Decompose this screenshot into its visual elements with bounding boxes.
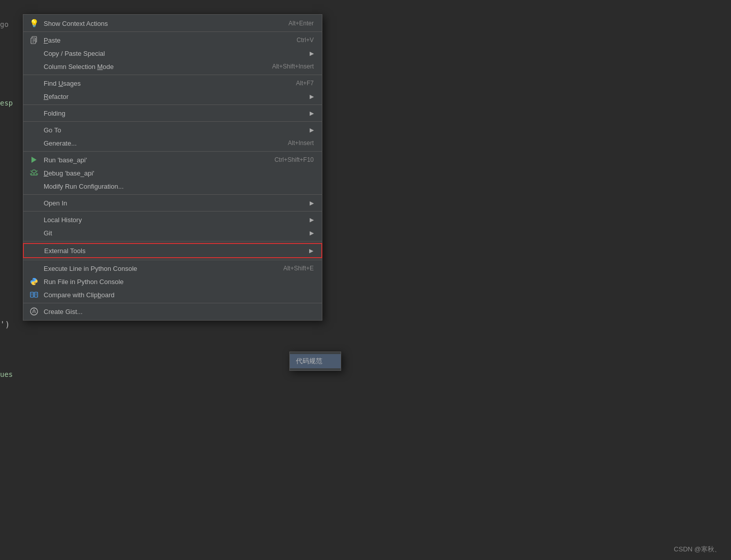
paste-icon xyxy=(29,36,39,45)
arrow-icon: ▶ xyxy=(310,127,314,133)
watermark-text: CSDN @寒秋、 xyxy=(674,545,721,553)
menu-item-label: Run File in Python Console xyxy=(44,278,124,286)
menu-item-label: Copy / Paste Special xyxy=(44,50,105,57)
menu-item-folding[interactable]: Folding ▶ xyxy=(23,107,322,120)
menu-item-open-in[interactable]: Open In ▶ xyxy=(23,196,322,209)
menu-item-shortcut: Alt+Insert xyxy=(288,139,314,147)
menu-item-label: Column Selection Mode xyxy=(44,63,114,71)
svg-point-5 xyxy=(32,170,36,173)
context-menu: 💡 Show Context Actions Alt+Enter Paste C… xyxy=(23,14,322,321)
watermark: CSDN @寒秋、 xyxy=(674,545,721,554)
menu-item-shortcut: Alt+Enter xyxy=(288,20,314,27)
external-tools-submenu: 代码规范 xyxy=(289,352,341,371)
menu-item-label: Compare with Clipboard xyxy=(44,291,114,299)
menu-item-local-history[interactable]: Local History ▶ xyxy=(23,213,322,226)
separator-4 xyxy=(23,121,322,122)
menu-item-label: Refactor xyxy=(44,93,69,100)
menu-item-label: Folding xyxy=(44,110,65,117)
menu-item-go-to[interactable]: Go To ▶ xyxy=(23,123,322,136)
menu-item-label: Paste xyxy=(44,37,60,44)
menu-item-refactor[interactable]: Refactor ▶ xyxy=(23,90,322,103)
menu-item-shortcut: Ctrl+Shift+F10 xyxy=(275,156,314,163)
menu-item-shortcut: Ctrl+V xyxy=(296,37,314,44)
menu-item-label: Git xyxy=(44,229,52,237)
menu-item-label: Execute Line in Python Console xyxy=(44,265,137,272)
external-tools-wrapper: External Tools ▶ xyxy=(23,243,322,258)
menu-item-label: Generate... xyxy=(44,139,77,147)
compare-icon xyxy=(29,290,39,299)
menu-item-shortcut: Alt+Shift+Insert xyxy=(272,63,314,70)
menu-item-run-base-api[interactable]: Run 'base_api' Ctrl+Shift+F10 xyxy=(23,153,322,166)
menu-item-copy-paste-special[interactable]: Copy / Paste Special ▶ xyxy=(23,47,322,60)
menu-item-label: External Tools xyxy=(44,247,85,255)
menu-item-label: Create Gist... xyxy=(44,308,83,316)
separator-9 xyxy=(23,260,322,260)
menu-item-paste[interactable]: Paste Ctrl+V xyxy=(23,33,322,47)
github-icon xyxy=(29,307,39,316)
arrow-icon: ▶ xyxy=(310,93,314,100)
menu-item-label: Find Usages xyxy=(44,80,81,87)
svg-line-10 xyxy=(36,171,38,172)
menu-item-create-gist[interactable]: Create Gist... xyxy=(23,305,322,318)
left-code-ues: ues xyxy=(0,370,13,378)
submenu-item-label: 代码规范 xyxy=(296,357,322,366)
menu-item-label: Modify Run Configuration... xyxy=(44,183,124,190)
menu-item-compare-clipboard[interactable]: Compare with Clipboard xyxy=(23,288,322,301)
arrow-icon: ▶ xyxy=(309,248,313,254)
menu-item-execute-line[interactable]: Execute Line in Python Console Alt+Shift… xyxy=(23,262,322,275)
menu-item-label: Debug 'base_api' xyxy=(44,169,94,177)
menu-item-label: Open In xyxy=(44,199,67,207)
python-icon xyxy=(29,277,39,286)
left-code-paren: ') xyxy=(0,320,10,329)
separator-2 xyxy=(23,75,322,75)
menu-item-column-selection[interactable]: Column Selection Mode Alt+Shift+Insert xyxy=(23,60,322,73)
menu-item-modify-run-config[interactable]: Modify Run Configuration... xyxy=(23,180,322,193)
separator-3 xyxy=(23,104,322,105)
menu-item-label: Go To xyxy=(44,126,61,134)
menu-item-show-context-actions[interactable]: 💡 Show Context Actions Alt+Enter xyxy=(23,17,322,30)
menu-item-generate[interactable]: Generate... Alt+Insert xyxy=(23,136,322,150)
arrow-icon: ▶ xyxy=(310,110,314,117)
arrow-icon: ▶ xyxy=(310,50,314,57)
debug-icon xyxy=(29,168,39,178)
left-code-esp: esp xyxy=(0,99,13,107)
menu-item-external-tools[interactable]: External Tools ▶ xyxy=(24,244,321,257)
menu-item-debug-base-api[interactable]: Debug 'base_api' xyxy=(23,166,322,180)
arrow-icon: ▶ xyxy=(310,230,314,236)
submenu-item-code-rules[interactable]: 代码规范 xyxy=(290,354,341,368)
separator-5 xyxy=(23,151,322,152)
menu-item-label: Show Context Actions xyxy=(44,20,108,27)
separator-10 xyxy=(23,303,322,303)
menu-item-label: Run 'base_api' xyxy=(44,156,87,164)
arrow-icon: ▶ xyxy=(310,217,314,223)
separator-8 xyxy=(23,241,322,241)
arrow-icon: ▶ xyxy=(310,200,314,206)
menu-item-label: Local History xyxy=(44,216,82,224)
left-code-go: go xyxy=(0,20,9,28)
separator-1 xyxy=(23,31,322,32)
bulb-icon: 💡 xyxy=(29,19,39,28)
menu-item-find-usages[interactable]: Find Usages Alt+F7 xyxy=(23,77,322,90)
separator-7 xyxy=(23,211,322,212)
run-icon xyxy=(29,155,39,164)
separator-6 xyxy=(23,194,322,195)
menu-item-shortcut: Alt+F7 xyxy=(296,80,314,87)
menu-item-shortcut: Alt+Shift+E xyxy=(283,265,314,272)
svg-line-9 xyxy=(30,171,32,172)
menu-item-git[interactable]: Git ▶ xyxy=(23,226,322,239)
menu-item-run-file-python[interactable]: Run File in Python Console xyxy=(23,275,322,288)
